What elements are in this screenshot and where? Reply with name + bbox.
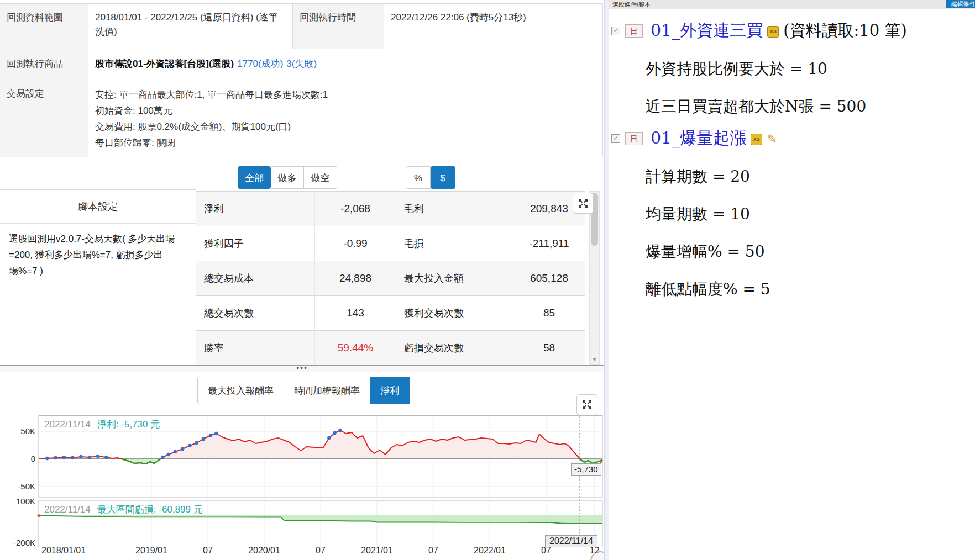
y-axis-tick-label: 0 <box>0 454 35 464</box>
stat-value: 143 <box>315 296 396 331</box>
filter-panel-header: 選股條件/腳本 編輯條件 <box>609 0 975 9</box>
script-parameter: 離低點幅度% = 5 <box>646 279 975 300</box>
expand-arrows-icon <box>578 198 589 209</box>
x-axis-tick-label: 2021/01 <box>361 546 393 556</box>
hover-value: 最大區間虧損: -60,899 元 <box>97 504 203 515</box>
stats-scrollbar[interactable]: ▼ <box>589 191 600 365</box>
stat-label: 最大投入金額 <box>396 261 513 296</box>
info-label: 回測資料範圍 <box>0 4 88 49</box>
edit-conditions-button[interactable]: 編輯條件 <box>946 0 975 8</box>
info-value-trade-settings: 安控: 單一商品最大部位:1, 單一商品每日最多進場次數:1初始資金: 100萬… <box>88 80 603 157</box>
y-axis-tick-label: 50K <box>0 426 35 436</box>
unit-toggle-tabs: %$ <box>406 166 455 189</box>
script-parameter: 計算期數 = 20 <box>646 166 975 187</box>
xs-script-icon[interactable]: XS <box>767 26 779 38</box>
trade-setting-line: 每日部位歸零: 關閉 <box>95 135 596 151</box>
stat-label: 總交易成本 <box>196 261 315 296</box>
horizontal-splitter[interactable]: ••• <box>0 365 604 372</box>
x-axis-tick-label: 2018/01/01 <box>41 546 86 556</box>
edit-pencil-icon[interactable]: ✎ <box>767 132 777 146</box>
expand-stats-button[interactable] <box>573 193 594 214</box>
info-value-commodity: 股市傳說01-外資認養[台股](選股)1770(成功)3(失敗) <box>88 49 603 80</box>
direction-filter-tabs: 全部做多做空 <box>238 166 337 189</box>
info-value-run-time: 2022/12/26 22:06 (費時5分13秒) <box>384 4 603 49</box>
filter-tab-做多[interactable]: 做多 <box>271 166 304 189</box>
x-axis-tick-label: 2022/01 <box>474 546 506 556</box>
scrollbar-down-arrow-icon[interactable]: ▼ <box>590 355 599 364</box>
y-axis-tick-label: -200K <box>0 538 35 548</box>
stat-value: 59.44% <box>315 331 396 366</box>
x-axis-tick-label: 07 <box>428 546 438 556</box>
checkbox[interactable]: ✓ <box>611 27 620 35</box>
stat-value: 58 <box>513 331 585 366</box>
stat-value: 24,898 <box>315 261 396 296</box>
x-axis-tick-label: 07 <box>316 546 326 556</box>
stat-value: -0.99 <box>315 226 396 261</box>
expand-arrows-icon <box>581 399 593 410</box>
unit-tab-$[interactable]: $ <box>431 166 455 189</box>
backtest-info-table: 回測資料範圍2018/01/01 - 2022/12/25 (還原日資料) (逐… <box>0 3 603 157</box>
chart-tab-最大投入報酬率[interactable]: 最大投入報酬率 <box>197 377 284 404</box>
info-value-date-range: 2018/01/01 - 2022/12/25 (還原日資料) (逐筆洗價) <box>88 4 293 49</box>
performance-stats-table: 淨利-2,068毛利209,843獲利因子-0.99毛損-211,911總交易成… <box>196 191 585 366</box>
chart-tab-時間加權報酬率[interactable]: 時間加權報酬率 <box>284 377 370 404</box>
xs-script-icon[interactable]: XS <box>751 134 762 145</box>
script-settings-body: 選股回測用v2.0.7-交易天數( 多少天出場=200, 獲利多少出場%=7, … <box>0 224 196 287</box>
y-axis-tick-label: -50K <box>0 482 35 492</box>
backtest-result-panel: 回測資料範圍2018/01/01 - 2022/12/25 (還原日資料) (逐… <box>0 0 604 560</box>
trade-setting-line: 初始資金: 100萬元 <box>95 103 596 119</box>
stat-label: 毛利 <box>396 192 513 226</box>
info-label: 回測執行商品 <box>0 49 88 80</box>
stock-filter-script-panel: 選股條件/腳本 編輯條件 ✓日01_外資連三買XS(資料讀取:10 筆)外資持股… <box>609 0 975 560</box>
stat-label: 虧損交易次數 <box>396 331 513 366</box>
script-parameter: 爆量增幅% = 50 <box>646 241 975 262</box>
filter-script-list: ✓日01_外資連三買XS(資料讀取:10 筆)外資持股比例要大於 = 10近三日… <box>609 19 975 300</box>
script-parameter: 均量期數 = 10 <box>646 204 975 225</box>
chart-canvas[interactable] <box>0 415 604 550</box>
script-name-link[interactable]: 01_外資連三買 <box>651 19 763 42</box>
script-settings-panel: 腳本設定 選股回測用v2.0.7-交易天數( 多少天出場=200, 獲利多少出場… <box>0 189 196 365</box>
hover-value: 淨利: -5,730 元 <box>97 419 160 430</box>
crosshair-value-tooltip: -5,730 <box>571 463 601 476</box>
script-settings-title: 腳本設定 <box>0 190 196 224</box>
filter-tab-全部[interactable]: 全部 <box>238 166 271 189</box>
trade-setting-line: 交易費用: 股票0.2%(成交金額)、期貨100元(口) <box>95 119 596 135</box>
chart-metric-tabs: 最大投入報酬率時間加權報酬率淨利 <box>197 377 410 404</box>
equity-chart-hover-label: 2022/11/14淨利: -5,730 元 <box>44 418 160 431</box>
expand-chart-button[interactable] <box>576 394 597 415</box>
day-frequency-button[interactable]: 日 <box>625 24 643 38</box>
stat-value: 85 <box>513 296 585 331</box>
filter-panel-title: 選股條件/腳本 <box>612 1 651 9</box>
stat-label: 淨利 <box>196 192 315 226</box>
checkbox[interactable]: ✓ <box>611 134 620 143</box>
result-count-link[interactable]: 3(失敗) <box>286 57 317 71</box>
day-frequency-button[interactable]: 日 <box>625 132 643 145</box>
filter-script-item-header: ✓日01_爆量起漲XS✎ <box>611 127 975 150</box>
trade-setting-line: 安控: 單一商品最大部位:1, 單一商品每日最多進場次數:1 <box>95 87 596 103</box>
filter-script-item-header: ✓日01_外資連三買XS(資料讀取:10 筆) <box>611 19 975 42</box>
unit-tab-%[interactable]: % <box>406 166 431 189</box>
filter-tab-做空[interactable]: 做空 <box>304 166 337 189</box>
script-parameter: 近三日買賣超都大於N張 = 500 <box>646 96 975 117</box>
data-read-count: (資料讀取:10 筆) <box>783 20 907 42</box>
backtest-app-window: 回測資料範圍2018/01/01 - 2022/12/25 (還原日資料) (逐… <box>0 0 975 560</box>
stat-label: 獲利因子 <box>196 226 315 261</box>
x-axis-tick-label: 2019/01 <box>135 546 167 556</box>
x-axis-tick-label: 07 <box>203 546 213 556</box>
stat-value: -2,068 <box>315 192 396 226</box>
stat-label: 毛損 <box>396 226 513 261</box>
stat-value: 605,128 <box>513 261 585 296</box>
hover-date: 2022/11/14 <box>44 504 91 515</box>
x-axis-tick-label: 2020/01 <box>248 546 280 556</box>
info-label: 回測執行時間 <box>293 4 384 49</box>
crosshair-date-tooltip: 2022/11/14 <box>545 535 597 547</box>
script-name-link[interactable]: 01_爆量起漲 <box>651 127 746 150</box>
chart-tab-淨利[interactable]: 淨利 <box>370 377 410 404</box>
panel-divider-sash[interactable] <box>604 0 609 560</box>
result-count-link[interactable]: 1770(成功) <box>237 57 283 71</box>
equity-drawdown-charts[interactable]: 2022/11/14淨利: -5,730 元 2022/11/14最大區間虧損:… <box>0 415 604 560</box>
stat-value: -211,911 <box>513 226 585 261</box>
stat-label: 總交易次數 <box>196 296 315 331</box>
hover-date: 2022/11/14 <box>44 419 91 430</box>
commodity-name: 股市傳說01-外資認養[台股](選股) <box>95 57 234 71</box>
